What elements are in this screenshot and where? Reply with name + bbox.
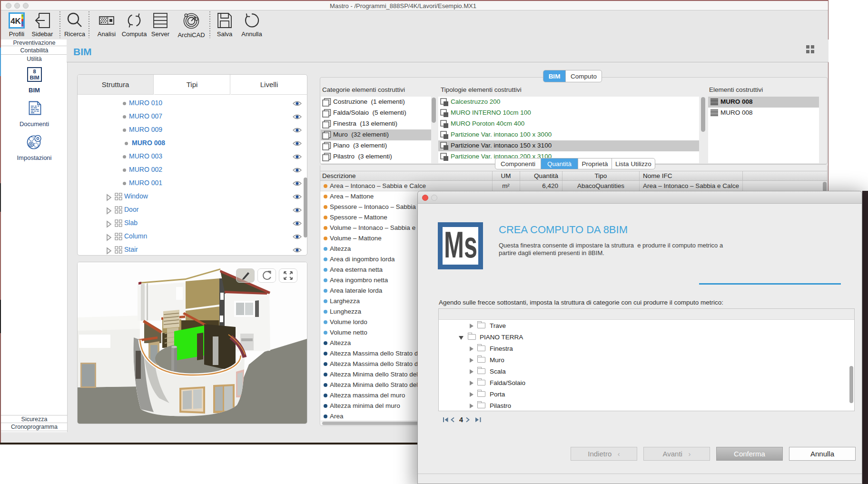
svg-text:8: 8 (33, 69, 36, 74)
svg-text:BIM: BIM (30, 75, 39, 80)
svg-text:4K: 4K (10, 17, 21, 26)
svg-text:Ms: Ms (444, 227, 477, 265)
svg-text:4: 4 (459, 416, 463, 424)
